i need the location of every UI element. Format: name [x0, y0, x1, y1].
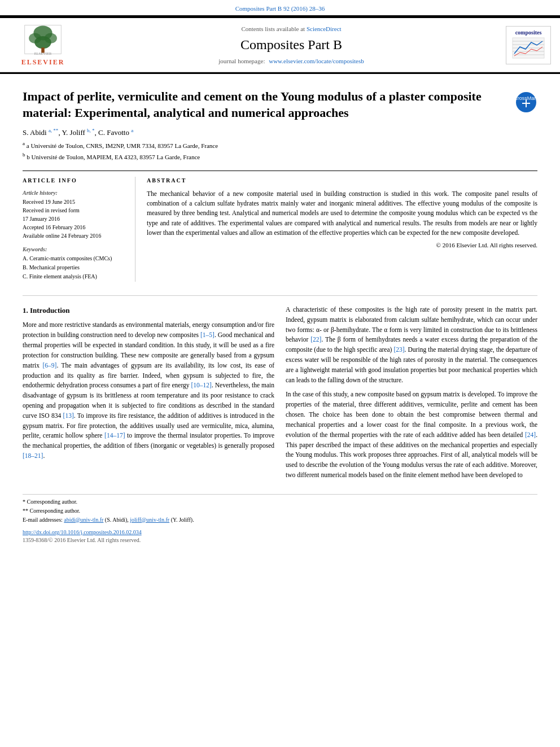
abstract-copyright: © 2016 Elsevier Ltd. All rights reserved… [147, 241, 537, 250]
cite-24: [24] [525, 431, 536, 438]
composites-logo-title: composites [509, 29, 548, 37]
info-abstract-row: ARTICLE INFO Article history: Received 1… [23, 171, 537, 282]
section1-heading-text: 1. Introduction [23, 306, 70, 314]
elsevier-brand-text: ELSEVIER [21, 58, 65, 67]
composites-logo-right: composites [506, 26, 551, 64]
body-para-2: A characteristic of these composites is … [286, 305, 537, 386]
accepted-date: Accepted 16 February 2016 [23, 224, 126, 231]
keyword-1: A. Ceramic-matrix composites (CMCs) [23, 255, 126, 263]
elsevier-logo: ELSEVIER ELSEVIER [9, 23, 77, 67]
cite-22: [22] [310, 336, 321, 343]
abstract-text: The mechanical behavior of a new composi… [147, 189, 537, 238]
svg-point-4 [34, 36, 51, 49]
cite-13: [13] [63, 412, 74, 419]
affiliation-a: a a Université de Toulon, CNRS, IM2NP, U… [23, 140, 537, 150]
homepage-text: journal homepage: [218, 58, 265, 64]
composites-logo-icon [511, 37, 545, 59]
homepage-line: journal homepage: www.elsevier.com/locat… [86, 57, 497, 65]
cite-18-21: [18–21] [23, 452, 43, 459]
body-column-left: 1. Introduction More and more restrictiv… [23, 305, 274, 485]
received-date: Received 19 June 2015 [23, 198, 126, 206]
section1-heading: 1. Introduction [23, 305, 274, 316]
elsevier-tree-icon: ELSEVIER [20, 23, 65, 56]
main-content: Impact of perlite, vermiculite and cemen… [0, 74, 560, 553]
article-info-panel: ARTICLE INFO Article history: Received 1… [23, 177, 135, 282]
authors-text: S. Abidi a, **, Y. Joliff b, *, C. Favot… [23, 128, 133, 137]
sciencedirect-link[interactable]: ScienceDirect [307, 25, 342, 32]
svg-text:ELSEVIER: ELSEVIER [34, 52, 52, 56]
affiliation-b-text: b Université de Toulon, MAPIEM, EA 4323,… [27, 154, 200, 160]
homepage-link[interactable]: www.elsevier.com/locate/compositesb [269, 58, 364, 64]
elsevier-logo-section: ELSEVIER ELSEVIER [9, 23, 77, 67]
doi-line: http://dx.doi.org/10.1016/j.compositesb.… [23, 528, 537, 536]
affiliation-b: b b Université de Toulon, MAPIEM, EA 432… [23, 151, 537, 161]
journal-header: ELSEVIER ELSEVIER Contents lists availab… [0, 17, 560, 72]
available-date: Available online 24 February 2016 [23, 232, 126, 240]
cite-1-5: [1–5] [200, 331, 215, 338]
footnotes-area: * Corresponding author. ** Corresponding… [23, 494, 537, 544]
keywords-section: Keywords: A. Ceramic-matrix composites (… [23, 246, 126, 281]
cite-14-17: [14–17] [104, 432, 125, 439]
footnote-corresponding-2: ** Corresponding author. [23, 507, 537, 515]
crossmark-icon: CrossMark [515, 91, 537, 113]
paper-title-section: Impact of perlite, vermiculite and cemen… [23, 89, 537, 121]
keyword-3: C. Finite element analysis (FEA) [23, 273, 126, 281]
revised-date: 17 January 2016 [23, 215, 126, 223]
abstract-section: ABSTRACT The mechanical behavior of a ne… [147, 177, 537, 282]
journal-reference: Composites Part B 92 (2016) 28–36 [0, 0, 560, 15]
affiliation-a-text: a Université de Toulon, CNRS, IM2NP, UMR… [27, 142, 218, 149]
abstract-title: ABSTRACT [147, 177, 537, 185]
article-history-label: Article history: [23, 189, 126, 197]
paper-title: Impact of perlite, vermiculite and cemen… [23, 89, 509, 121]
body-para-1: More and more restrictive standards as e… [23, 320, 274, 461]
contents-available-line: Contents lists available at ScienceDirec… [86, 25, 497, 33]
article-info-title: ARTICLE INFO [23, 177, 126, 185]
cite-23: [23] [393, 346, 404, 353]
journal-title: Composites Part B [86, 36, 497, 55]
body-column-right: A characteristic of these composites is … [286, 305, 537, 485]
journal-center-info: Contents lists available at ScienceDirec… [86, 25, 497, 65]
revised-label: Received in revised form [23, 207, 126, 215]
contents-text: Contents lists available at [241, 25, 305, 32]
footnote-email: E-mail addresses: abidi@univ-tln.fr (S. … [23, 516, 537, 524]
cite-6-9: [6–9] [42, 362, 56, 369]
rights-line: 1359-8368/© 2016 Elsevier Ltd. All right… [23, 536, 537, 544]
keywords-label: Keywords: [23, 246, 126, 254]
doi-link[interactable]: http://dx.doi.org/10.1016/j.compositesb.… [23, 529, 142, 535]
journal-ref-text: Composites Part B 92 (2016) 28–36 [235, 5, 325, 12]
email-link-abidi[interactable]: abidi@univ-tln.fr [64, 517, 103, 523]
body-columns: 1. Introduction More and more restrictiv… [23, 295, 537, 485]
body-para-3: In the case of this study, a new composi… [286, 390, 537, 480]
footnote-corresponding-1: * Corresponding author. [23, 498, 537, 506]
cite-10-12: [10–12] [191, 382, 212, 388]
email-link-joliff[interactable]: joliff@univ-tln.fr [130, 517, 169, 523]
composites-logo-box: composites [506, 26, 551, 64]
keyword-2: B. Mechanical properties [23, 264, 126, 272]
authors-line: S. Abidi a, **, Y. Joliff b, *, C. Favot… [23, 126, 537, 138]
